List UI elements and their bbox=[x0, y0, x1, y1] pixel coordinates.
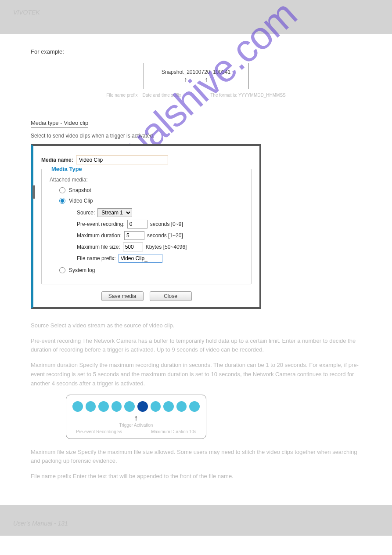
media-name-row: Media name: bbox=[41, 156, 252, 164]
radio-snapshot[interactable] bbox=[59, 187, 65, 193]
maxdur-label: Maximum duration: bbox=[77, 232, 122, 239]
intro-text: For example: bbox=[31, 47, 361, 57]
source-label: Source: bbox=[77, 210, 95, 216]
bullet-prefix: File name prefix Enter the text that wil… bbox=[31, 472, 361, 481]
prefix-label: File name prefix: bbox=[77, 255, 116, 261]
timeline-dots bbox=[72, 401, 200, 412]
radio-systemlog-label: System log bbox=[69, 267, 95, 273]
save-button[interactable]: Save media bbox=[101, 291, 144, 301]
example-filename: Snapshot_20100720_100341 bbox=[162, 69, 231, 75]
header-brand: VIVOTEK bbox=[13, 9, 40, 16]
close-button[interactable]: Close bbox=[150, 291, 192, 301]
dot-4 bbox=[111, 401, 122, 412]
footer-page: User's Manual - 131 bbox=[13, 520, 68, 527]
dot-5 bbox=[124, 401, 135, 412]
timeline-box: ↑ Trigger Activation Pre-event Recording… bbox=[66, 395, 206, 439]
timeline-labels: Pre-event Recording 5s Maximum Duration … bbox=[72, 429, 200, 434]
footer-bar: User's Manual - 131 bbox=[0, 505, 392, 536]
preevent-after: seconds [0~9] bbox=[150, 221, 183, 227]
maxsize-input[interactable] bbox=[123, 243, 143, 251]
preevent-input[interactable] bbox=[127, 220, 147, 229]
maxsize-after: Kbytes [50~4096] bbox=[146, 244, 187, 250]
media-dialog: Media name: Media Type Attached media: S… bbox=[31, 144, 261, 309]
header-bar: VIVOTEK bbox=[0, 0, 392, 34]
attached-label: Attached media: bbox=[50, 177, 243, 183]
bullet-maxdur: Maximum duration Specify the maximum rec… bbox=[31, 361, 361, 388]
accent-bar bbox=[32, 185, 35, 199]
example-labels: File name prefix Date and time suffix Th… bbox=[31, 93, 361, 98]
timeline-right-label: Maximum Duration 10s bbox=[151, 429, 196, 434]
dot-8 bbox=[163, 401, 174, 412]
radio-snapshot-label: Snapshot bbox=[69, 187, 91, 193]
source-select[interactable]: Stream 1 bbox=[97, 208, 132, 217]
dot-10 bbox=[189, 401, 200, 412]
example-arrows: ↑↑ bbox=[184, 76, 208, 83]
maxsize-label: Maximum file size: bbox=[77, 244, 120, 250]
media-type-legend: Media Type bbox=[50, 166, 84, 172]
radio-videoclip[interactable] bbox=[59, 198, 65, 204]
media-name-input[interactable] bbox=[76, 156, 168, 164]
maxdur-after: seconds [1~20] bbox=[147, 232, 183, 239]
trigger-arrow-icon: ↑ bbox=[72, 414, 200, 423]
dot-trigger bbox=[137, 401, 148, 412]
radio-videoclip-label: Video Clip bbox=[69, 198, 93, 204]
radio-systemlog[interactable] bbox=[59, 267, 65, 273]
bullet-maxsize: Maximum file size Specify the maximum fi… bbox=[31, 448, 361, 466]
maxdur-input[interactable] bbox=[124, 231, 144, 240]
section-title: Media type - Video clip bbox=[31, 120, 88, 127]
media-type-fieldset: Media Type Attached media: Snapshot Vide… bbox=[41, 169, 252, 284]
dot-1 bbox=[72, 401, 83, 412]
dot-7 bbox=[151, 401, 161, 412]
trigger-label: Trigger Activation bbox=[72, 423, 200, 428]
dot-2 bbox=[86, 401, 96, 412]
example-box: Snapshot_20100720_100341 ↑↑ bbox=[144, 63, 249, 89]
bullet-source: Source Select a video stream as the sour… bbox=[31, 321, 361, 330]
timeline-left-label: Pre-event Recording 5s bbox=[76, 429, 122, 434]
section-sub: Select to send video clips when a trigge… bbox=[31, 133, 361, 139]
preevent-label: Pre-event recording: bbox=[77, 221, 125, 227]
prefix-input[interactable] bbox=[119, 254, 162, 263]
bullet-preevent: Pre-event recording The Network Camera h… bbox=[31, 337, 361, 355]
dot-9 bbox=[176, 401, 187, 412]
dot-3 bbox=[98, 401, 109, 412]
media-name-label: Media name: bbox=[41, 157, 73, 163]
